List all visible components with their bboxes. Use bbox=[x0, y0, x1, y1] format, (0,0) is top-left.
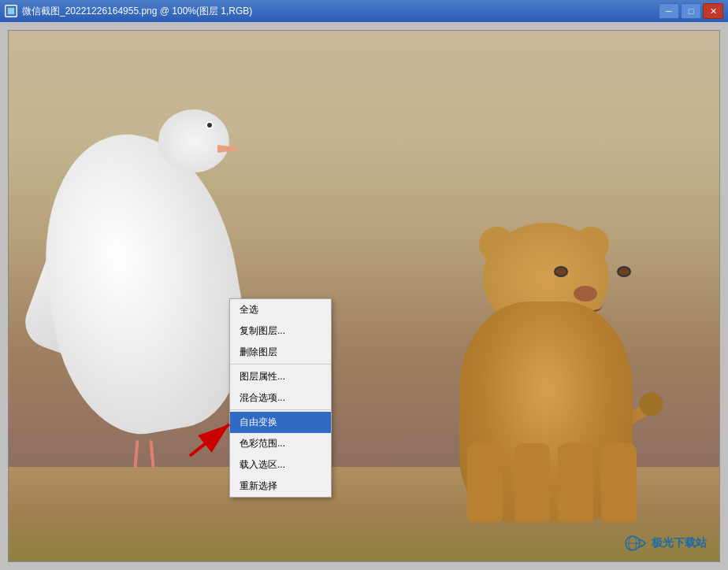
menu-item-select-all[interactable]: 全选 bbox=[230, 299, 331, 320]
svg-rect-1 bbox=[8, 8, 14, 14]
context-menu[interactable]: 全选 复制图层... 删除图层 图层属性... 混合选项... 自由变换 色彩范… bbox=[229, 298, 332, 498]
dove bbox=[32, 94, 253, 487]
watermark: 极光下载站 bbox=[625, 535, 707, 552]
lion-leg-front-left bbox=[467, 443, 503, 522]
lion-cub bbox=[436, 223, 656, 522]
menu-item-load-selection[interactable]: 载入选区... bbox=[230, 454, 331, 476]
menu-item-reselect[interactable]: 重新选择 bbox=[230, 476, 331, 497]
lion-leg-rear-left bbox=[558, 443, 593, 522]
app-icon bbox=[5, 5, 17, 17]
title-bar: 微信截图_20221226164955.png @ 100%(图层 1,RGB)… bbox=[0, 0, 728, 22]
watermark-icon bbox=[625, 535, 647, 552]
minimize-button[interactable]: ─ bbox=[659, 3, 679, 19]
dove-beak bbox=[217, 145, 237, 153]
window-body: 全选 复制图层... 删除图层 图层属性... 混合选项... 自由变换 色彩范… bbox=[0, 22, 728, 570]
photo-background: 全选 复制图层... 删除图层 图层属性... 混合选项... 自由变换 色彩范… bbox=[9, 31, 719, 561]
menu-item-layer-props[interactable]: 图层属性... bbox=[230, 366, 331, 387]
maximize-button[interactable]: □ bbox=[681, 3, 701, 19]
watermark-text: 极光下载站 bbox=[652, 536, 707, 550]
menu-item-delete-layer[interactable]: 删除图层 bbox=[230, 342, 331, 365]
lion-eye-left bbox=[554, 266, 568, 277]
window-controls: ─ □ ✕ bbox=[659, 3, 723, 19]
lion-leg-rear-right bbox=[601, 443, 637, 522]
close-button[interactable]: ✕ bbox=[703, 3, 723, 19]
menu-item-copy-layer[interactable]: 复制图层... bbox=[230, 320, 331, 342]
dove-body bbox=[24, 119, 262, 446]
menu-item-color-range[interactable]: 色彩范围... bbox=[230, 433, 331, 454]
canvas-area[interactable]: 全选 复制图层... 删除图层 图层属性... 混合选项... 自由变换 色彩范… bbox=[8, 30, 720, 562]
lion-leg-front-right bbox=[514, 443, 550, 522]
main-window: 微信截图_20221226164955.png @ 100%(图层 1,RGB)… bbox=[0, 0, 728, 570]
dove-feet bbox=[127, 440, 174, 472]
window-title: 微信截图_20221226164955.png @ 100%(图层 1,RGB) bbox=[22, 5, 659, 18]
dove-head bbox=[158, 109, 229, 172]
dove-eye bbox=[206, 121, 214, 129]
lion-eye-right bbox=[617, 266, 631, 277]
menu-item-blend-options[interactable]: 混合选项... bbox=[230, 387, 331, 410]
menu-item-free-transform[interactable]: 自由变换 bbox=[230, 412, 331, 433]
